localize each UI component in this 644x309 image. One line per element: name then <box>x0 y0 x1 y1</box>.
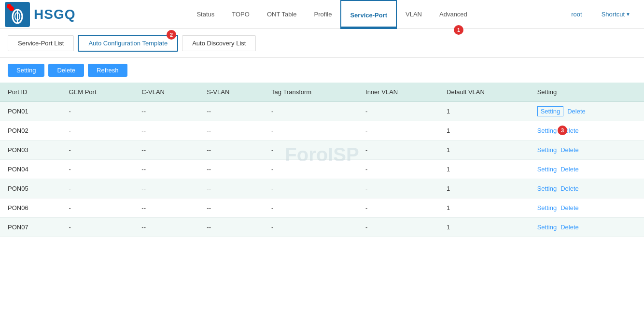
cell-port-id: PON01 <box>0 102 61 121</box>
nav-status[interactable]: Status <box>188 0 223 29</box>
cell-port-id: PON02 <box>0 121 61 140</box>
row-delete-link[interactable]: Delete <box>560 185 579 192</box>
cell-actions: SettingDelete <box>530 218 644 237</box>
cell-tag-transform: - <box>264 102 358 121</box>
logo-area: HSGQ <box>5 2 101 27</box>
cell-gem-port: - <box>61 140 134 160</box>
cell-inner-vlan: - <box>358 121 439 140</box>
row-setting-link[interactable]: Setting <box>537 224 557 231</box>
cell-port-id: PON05 <box>0 179 61 198</box>
table-row: PON02-------1SettingDelete <box>0 121 644 140</box>
row-delete-link[interactable]: Delete <box>560 166 579 173</box>
cell-port-id: PON07 <box>0 218 61 237</box>
col-port-id: Port ID <box>0 83 61 102</box>
cell-default-vlan: 1 <box>439 121 530 140</box>
row-delete-link[interactable]: Delete <box>560 146 579 154</box>
col-setting: Setting <box>530 83 644 102</box>
cell-s-vlan: -- <box>199 198 264 218</box>
shortcut-label: Shortcut <box>602 11 625 18</box>
cell-c-vlan: -- <box>134 160 199 179</box>
row-delete-link[interactable]: Delete <box>560 224 579 231</box>
cell-port-id: PON04 <box>0 160 61 179</box>
cell-c-vlan: -- <box>134 102 199 121</box>
nav-advanced[interactable]: Advanced <box>431 0 476 29</box>
nav-shortcut[interactable]: Shortcut ▼ <box>593 0 639 29</box>
cell-actions: SettingDelete <box>530 160 644 179</box>
cell-default-vlan: 1 <box>439 102 530 121</box>
cell-inner-vlan: - <box>358 160 439 179</box>
shortcut-dropdown-icon: ▼ <box>626 12 630 17</box>
table-header-row: Port ID GEM Port C-VLAN S-VLAN Tag Trans… <box>0 83 644 102</box>
table-row: PON05-------1SettingDelete <box>0 179 644 198</box>
cell-gem-port: - <box>61 160 134 179</box>
col-s-vlan: S-VLAN <box>199 83 264 102</box>
refresh-button[interactable]: Refresh <box>88 64 127 77</box>
cell-tag-transform: - <box>264 179 358 198</box>
main-table: Port ID GEM Port C-VLAN S-VLAN Tag Trans… <box>0 83 644 237</box>
table-row: PON07-------1SettingDelete <box>0 218 644 237</box>
logo-icon <box>5 2 30 27</box>
delete-button[interactable]: Delete <box>48 64 84 77</box>
subtabs: Service-Port List Auto Configuration Tem… <box>0 29 644 58</box>
col-inner-vlan: Inner VLAN <box>358 83 439 102</box>
cell-s-vlan: -- <box>199 179 264 198</box>
cell-inner-vlan: - <box>358 179 439 198</box>
table-row: PON03-------1SettingDelete <box>0 140 644 160</box>
cell-tag-transform: - <box>264 140 358 160</box>
cell-default-vlan: 1 <box>439 160 530 179</box>
badge-2: 2 <box>167 30 176 40</box>
header: HSGQ Status TOPO ONT Table Profile Servi… <box>0 0 644 29</box>
row-setting-link[interactable]: Setting <box>537 204 557 211</box>
col-gem-port: GEM Port <box>61 83 134 102</box>
nav-profile[interactable]: Profile <box>306 0 341 29</box>
cell-tag-transform: - <box>264 218 358 237</box>
cell-tag-transform: - <box>264 160 358 179</box>
cell-port-id: PON03 <box>0 140 61 160</box>
subtab-service-port-list[interactable]: Service-Port List <box>8 35 74 51</box>
cell-s-vlan: -- <box>199 102 264 121</box>
nav-root[interactable]: root <box>562 0 590 29</box>
row-setting-link[interactable]: Setting <box>537 127 557 134</box>
cell-gem-port: - <box>61 102 134 121</box>
table-row: PON04-------1SettingDelete <box>0 160 644 179</box>
cell-actions: SettingDelete <box>530 102 644 121</box>
logo-text: HSGQ <box>34 7 75 22</box>
cell-gem-port: - <box>61 179 134 198</box>
col-default-vlan: Default VLAN <box>439 83 530 102</box>
col-c-vlan: C-VLAN <box>134 83 199 102</box>
setting-button[interactable]: Setting <box>8 64 44 77</box>
cell-gem-port: - <box>61 121 134 140</box>
row-delete-link[interactable]: Delete <box>560 204 579 211</box>
row-setting-link[interactable]: Setting <box>537 146 557 154</box>
cell-inner-vlan: - <box>358 102 439 121</box>
cell-default-vlan: 1 <box>439 198 530 218</box>
cell-actions: SettingDelete <box>530 198 644 218</box>
nav-topo[interactable]: TOPO <box>223 0 258 29</box>
row-setting-link[interactable]: Setting <box>537 106 563 116</box>
cell-inner-vlan: - <box>358 198 439 218</box>
row-delete-link[interactable]: Delete <box>567 108 586 115</box>
cell-s-vlan: -- <box>199 218 264 237</box>
cell-tag-transform: - <box>264 121 358 140</box>
cell-c-vlan: -- <box>134 218 199 237</box>
cell-actions: SettingDelete <box>530 179 644 198</box>
cell-actions: SettingDelete <box>530 140 644 160</box>
cell-s-vlan: -- <box>199 160 264 179</box>
badge-3: 3 <box>558 126 567 135</box>
subtab-auto-config-template[interactable]: Auto Configuration Template <box>78 35 178 52</box>
nav-ont-table[interactable]: ONT Table <box>258 0 306 29</box>
cell-inner-vlan: - <box>358 140 439 160</box>
row-setting-link[interactable]: Setting <box>537 166 557 173</box>
subtab-auto-discovery-list[interactable]: Auto Discovery List <box>182 35 256 51</box>
table-wrap: Port ID GEM Port C-VLAN S-VLAN Tag Trans… <box>0 83 644 237</box>
actionbar: Setting Delete Refresh <box>0 58 644 83</box>
nav-vlan[interactable]: VLAN <box>397 0 431 29</box>
cell-c-vlan: -- <box>134 179 199 198</box>
cell-tag-transform: - <box>264 198 358 218</box>
cell-default-vlan: 1 <box>439 218 530 237</box>
nav-service-port[interactable]: Service-Port <box>340 0 397 29</box>
row-setting-link[interactable]: Setting <box>537 185 557 192</box>
cell-actions: SettingDelete <box>530 121 644 140</box>
cell-c-vlan: -- <box>134 121 199 140</box>
cell-c-vlan: -- <box>134 140 199 160</box>
